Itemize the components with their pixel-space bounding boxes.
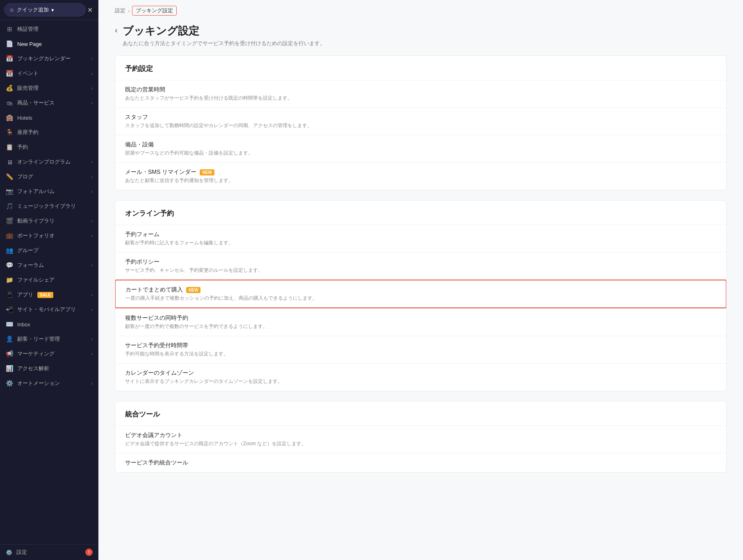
sidebar-item-inbox[interactable]: ✉️ Inbox	[0, 317, 98, 332]
setting-title-business-hours: 既定の営業時間	[125, 86, 716, 93]
arrow-marketing: ›	[91, 351, 93, 356]
hotels-icon: 🏨	[6, 114, 13, 121]
sidebar-item-products[interactable]: 🛍 商品・サービス ›	[0, 96, 98, 110]
setting-row-service-hours[interactable]: サービス予約受付時間帯 予約可能な時間を表示する方法を設定します。	[115, 336, 726, 363]
nav-item-left: 📆 イベント	[6, 70, 39, 77]
nav-label-apps: アプリ	[17, 291, 33, 298]
nav-item-left: 🏨 Hotels	[6, 114, 32, 121]
arrow-photo: ›	[91, 189, 93, 194]
sidebar-item-new-page[interactable]: 📄 New Page	[0, 36, 98, 51]
kanri-icon: ⊞	[6, 25, 13, 33]
collapse-sidebar-button[interactable]: ✕	[86, 5, 94, 16]
setting-title-multi-service: 複数サービスの同時予約	[125, 314, 716, 322]
arrow-events: ›	[91, 71, 93, 76]
sidebar-item-hotels[interactable]: 🏨 Hotels	[0, 110, 98, 125]
nav-item-left: 💬 フォーラム	[6, 262, 44, 269]
setting-row-service-integration[interactable]: サービス予約統合ツール	[115, 453, 726, 472]
breadcrumb-current: ブッキング設定	[132, 6, 177, 16]
setting-row-timezone[interactable]: カレンダーのタイムゾーン サイトに表示するブッキングカレンダーのタイムゾーンを設…	[115, 363, 726, 391]
sidebar-item-music[interactable]: 🎵 ミュージックライブラリ	[0, 199, 98, 214]
apps-icon: 📱	[6, 291, 13, 298]
nav-item-left: ✏️ ブログ	[6, 173, 33, 180]
arrow-customer: ›	[91, 337, 93, 341]
breadcrumb-parent[interactable]: 設定	[115, 7, 125, 14]
setting-title-service-integration: サービス予約統合ツール	[125, 459, 716, 467]
settings-error-badge: !	[85, 549, 93, 556]
page-header: ‹ ブッキング設定 あなたに合う方法とタイミングでサービス予約を受け付けるための…	[98, 20, 743, 55]
setting-row-staff[interactable]: スタッフ スタッフを追加して勤務時間の設定やカレンダーの同期、アクセスの管理をし…	[115, 107, 726, 135]
sidebar-item-analytics[interactable]: 📊 アクセス解析	[0, 361, 98, 376]
setting-title-cart-purchase: カートでまとめて購入 NEW	[125, 286, 716, 294]
setting-row-reminder[interactable]: メール・SMS リマインダー NEW あなたと顧客に送信する予約通知を管理します…	[115, 162, 726, 190]
setting-row-booking-policy[interactable]: 予約ポリシー サービス予約、キャンセル、予約変更のルールを設定します。	[115, 252, 726, 280]
badge-cart-purchase: NEW	[186, 287, 201, 293]
setting-row-business-hours[interactable]: 既定の営業時間 あなたとスタッフがサービス予約を受け付ける既定の時間帯を設定しま…	[115, 80, 726, 107]
nav-item-left: 🎬 動画ライブラリ	[6, 217, 55, 225]
arrow-sales: ›	[91, 86, 93, 91]
photo-icon: 📷	[6, 188, 13, 195]
sidebar-item-booking[interactable]: 📋 予約	[0, 140, 98, 155]
nav-item-left: 📷 フォトアルバム	[6, 188, 55, 195]
setting-row-video-account[interactable]: ビデオ会議アカウント ビデオ会議で提供するサービスの既定のアカウント（Zoom …	[115, 426, 726, 453]
settings-label: 設定	[16, 549, 27, 556]
page-title-block: ブッキング設定 あなたに合う方法とタイミングでサービス予約を受け付けるための設定…	[123, 24, 325, 47]
breadcrumb: 設定 › ブッキング設定	[98, 0, 743, 20]
setting-row-equipment[interactable]: 備品・設備 部屋やブースなどの予約可能な備品・設備を設定します。	[115, 135, 726, 162]
forum-icon: 💬	[6, 262, 13, 269]
new-page-icon: 📄	[6, 40, 13, 48]
nav-label-analytics: アクセス解析	[17, 365, 49, 372]
automation-icon: ⚙️	[6, 380, 13, 387]
setting-title-booking-form: 予約フォーム	[125, 231, 716, 238]
group-icon: 👥	[6, 247, 13, 254]
sidebar-item-apps[interactable]: 📱 アプリ SALE ›	[0, 287, 98, 302]
nav-label-new-page: New Page	[17, 41, 42, 47]
setting-row-booking-form[interactable]: 予約フォーム 顧客が予約時に記入するフォームを編集します。	[115, 225, 726, 252]
settings-nav-item[interactable]: ⚙️ 設定	[6, 549, 27, 556]
sidebar-item-marketing[interactable]: 📢 マーケティング ›	[0, 346, 98, 361]
sidebar-item-online-program[interactable]: 🖥 オンラインプログラム ›	[0, 155, 98, 169]
sidebar-item-portfolio[interactable]: 💼 ポートフォリオ ›	[0, 228, 98, 243]
quick-add-button[interactable]: ☆ クイック追加 ▾	[4, 3, 86, 16]
nav-label-fileshare: ファイルシェア	[17, 276, 55, 284]
sidebar-item-events[interactable]: 📆 イベント ›	[0, 66, 98, 81]
sidebar-item-kanri[interactable]: ⊞ 検証管理	[0, 22, 98, 36]
setting-desc-cart-purchase: 一度の購入手続きで複数セッションの予約に加え、商品の購入もできるようにします。	[125, 295, 716, 302]
nav-label-forum: フォーラム	[17, 262, 44, 269]
arrow-forum: ›	[91, 263, 93, 268]
sidebar-footer: ⚙️ 設定 !	[0, 544, 98, 560]
setting-row-multi-service[interactable]: 複数サービスの同時予約 顧客が一度の予約で複数のサービスを予約できるようにします…	[115, 308, 726, 336]
nav-item-left: 🎵 ミュージックライブラリ	[6, 203, 76, 210]
nav-label-customer: 顧客・リード管理	[17, 335, 60, 343]
sidebar: ☆ クイック追加 ▾ ✕ ⊞ 検証管理 📄 New Page 📅 ブッキングカレ…	[0, 0, 98, 560]
nav-label-inbox: Inbox	[17, 321, 30, 328]
setting-desc-booking-form: 顧客が予約時に記入するフォームを編集します。	[125, 239, 716, 246]
sidebar-header: ☆ クイック追加 ▾ ✕	[0, 0, 98, 20]
sidebar-item-booking-cal[interactable]: 📅 ブッキングカレンダー ›	[0, 51, 98, 66]
sidebar-item-site-mobile[interactable]: 📲 サイト・モバイルアプリ ›	[0, 302, 98, 317]
sidebar-item-automation[interactable]: ⚙️ オートメーション ›	[0, 376, 98, 391]
nav-label-hotels: Hotels	[17, 115, 32, 121]
nav-item-left: 📄 New Page	[6, 40, 42, 48]
sidebar-item-blog[interactable]: ✏️ ブログ ›	[0, 169, 98, 184]
back-button[interactable]: ‹	[115, 25, 118, 35]
nav-item-left: 📊 アクセス解析	[6, 365, 49, 372]
nav-label-automation: オートメーション	[17, 380, 60, 387]
sidebar-item-forum[interactable]: 💬 フォーラム ›	[0, 258, 98, 273]
nav-label-group: グループ	[17, 247, 39, 254]
nav-item-left: 📱 アプリ SALE	[6, 291, 53, 298]
setting-title-reminder: メール・SMS リマインダー NEW	[125, 168, 716, 176]
sidebar-item-fileshare[interactable]: 📁 ファイルシェア	[0, 273, 98, 287]
arrow-video: ›	[91, 219, 93, 223]
sidebar-item-photo[interactable]: 📷 フォトアルバム ›	[0, 184, 98, 199]
sidebar-item-group[interactable]: 👥 グループ	[0, 243, 98, 258]
breadcrumb-separator: ›	[128, 8, 130, 14]
setting-row-cart-purchase[interactable]: カートでまとめて購入 NEW 一度の購入手続きで複数セッションの予約に加え、商品…	[115, 280, 727, 308]
nav-item-left: ✉️ Inbox	[6, 321, 30, 328]
sidebar-item-seat[interactable]: 🪑 座席予約	[0, 125, 98, 140]
chevron-down-icon: ▾	[51, 7, 54, 13]
sidebar-item-customer[interactable]: 👤 顧客・リード管理 ›	[0, 332, 98, 346]
nav-item-left: 📲 サイト・モバイルアプリ	[6, 306, 76, 313]
sidebar-item-video[interactable]: 🎬 動画ライブラリ ›	[0, 214, 98, 228]
nav-label-online-program: オンラインプログラム	[17, 158, 71, 166]
sidebar-item-sales[interactable]: 💰 販売管理 ›	[0, 81, 98, 96]
